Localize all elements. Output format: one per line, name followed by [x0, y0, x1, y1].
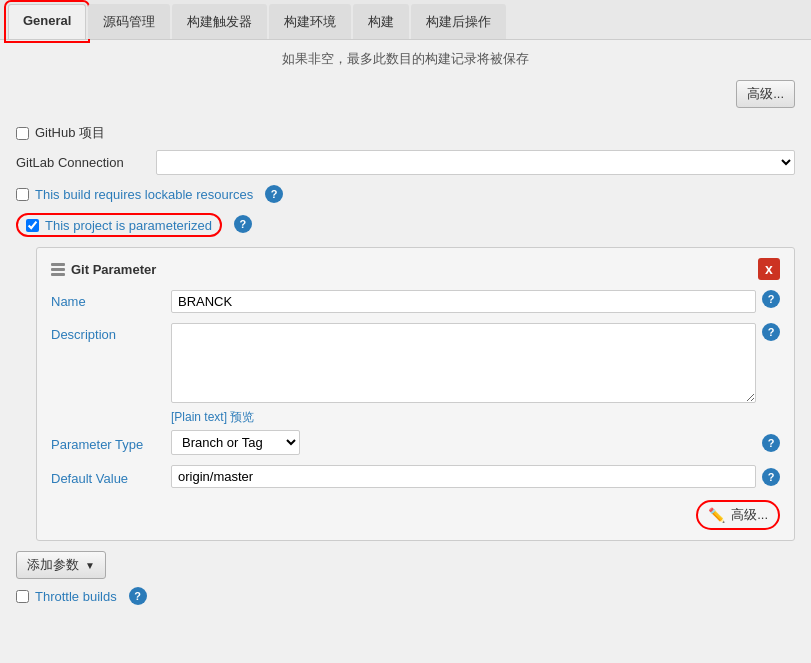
github-project-row: GitHub 项目 — [16, 124, 795, 142]
tab-source[interactable]: 源码管理 — [88, 4, 170, 39]
git-param-close-button[interactable]: x — [758, 258, 780, 280]
pencil-icon: ✏️ — [708, 507, 725, 523]
lockable-text: This build requires lockable resources — [35, 187, 253, 202]
throttle-row: Throttle builds ? — [16, 587, 795, 605]
title-bar-1 — [51, 263, 65, 266]
tab-post[interactable]: 构建后操作 — [411, 4, 506, 39]
plain-text-link[interactable]: [Plain text] 预览 — [171, 409, 756, 426]
title-bars — [51, 263, 65, 276]
description-control: [Plain text] 预览 — [171, 323, 756, 426]
tab-trigger[interactable]: 构建触发器 — [172, 4, 267, 39]
parameterized-help-icon[interactable]: ? — [234, 215, 252, 233]
tab-bar: General 源码管理 构建触发器 构建环境 构建 构建后操作 — [0, 0, 811, 40]
tab-general[interactable]: General — [8, 4, 86, 39]
parameterized-label: This project is parameterized — [45, 217, 212, 233]
description-field-row: Description [Plain text] 预览 ? — [51, 323, 780, 426]
throttle-help-icon[interactable]: ? — [129, 587, 147, 605]
name-help-icon[interactable]: ? — [762, 290, 780, 308]
main-content: 如果非空，最多此数目的构建记录将被保存 高级... GitHub 项目 GitL… — [0, 40, 811, 620]
param-type-label: Parameter Type — [51, 433, 171, 452]
git-param-header: Git Parameter x — [51, 258, 780, 280]
tab-env[interactable]: 构建环境 — [269, 4, 351, 39]
add-param-row: 添加参数 ▼ — [16, 551, 795, 579]
parameterized-checkbox[interactable] — [26, 219, 39, 232]
param-type-control: Branch or TagBranchTagRevision — [171, 430, 756, 455]
git-param-block: Git Parameter x Name ? Description [Plai… — [36, 247, 795, 541]
description-textarea[interactable] — [171, 323, 756, 403]
add-param-dropdown-arrow: ▼ — [85, 560, 95, 571]
description-label: Description — [51, 323, 171, 342]
parameterized-row: This project is parameterized ? — [16, 213, 795, 237]
gitlab-row: GitLab Connection — [16, 150, 795, 175]
name-label: Name — [51, 290, 171, 309]
name-field-row: Name ? — [51, 290, 780, 313]
default-value-label: Default Value — [51, 467, 171, 486]
advanced-outlined-wrapper: ✏️ 高级... — [696, 500, 780, 530]
advanced-row-bottom: ✏️ 高级... — [51, 500, 780, 530]
default-value-control — [171, 465, 756, 488]
git-param-title-row: Git Parameter — [51, 262, 156, 277]
title-bar-3 — [51, 273, 65, 276]
tab-build[interactable]: 构建 — [353, 4, 409, 39]
github-label: GitHub 项目 — [35, 124, 105, 142]
add-param-button[interactable]: 添加参数 ▼ — [16, 551, 106, 579]
throttle-text: Throttle builds — [35, 589, 117, 604]
name-input[interactable] — [171, 290, 756, 313]
default-value-input[interactable] — [171, 465, 756, 488]
description-help-icon[interactable]: ? — [762, 323, 780, 341]
param-type-help-icon[interactable]: ? — [762, 434, 780, 452]
parameterized-outline: This project is parameterized — [16, 213, 222, 237]
lockable-checkbox[interactable] — [16, 188, 29, 201]
default-value-row: Default Value ? — [51, 465, 780, 488]
param-type-select[interactable]: Branch or TagBranchTagRevision — [171, 430, 300, 455]
git-param-title: Git Parameter — [71, 262, 156, 277]
gitlab-select[interactable] — [156, 150, 795, 175]
gitlab-label: GitLab Connection — [16, 155, 146, 170]
top-info-text: 如果非空，最多此数目的构建记录将被保存 — [16, 50, 795, 68]
name-control — [171, 290, 756, 313]
title-bar-2 — [51, 268, 65, 271]
lockable-resources-row: This build requires lockable resources ? — [16, 185, 795, 203]
add-param-label: 添加参数 — [27, 556, 79, 574]
advanced-button-top[interactable]: 高级... — [736, 80, 795, 108]
advanced-btn-row: 高级... — [16, 80, 795, 108]
default-value-help-icon[interactable]: ? — [762, 468, 780, 486]
param-type-row: Parameter Type Branch or TagBranchTagRev… — [51, 430, 780, 455]
advanced-button-bottom[interactable]: 高级... — [731, 506, 768, 524]
github-checkbox[interactable] — [16, 127, 29, 140]
lockable-help-icon[interactable]: ? — [265, 185, 283, 203]
throttle-checkbox[interactable] — [16, 590, 29, 603]
